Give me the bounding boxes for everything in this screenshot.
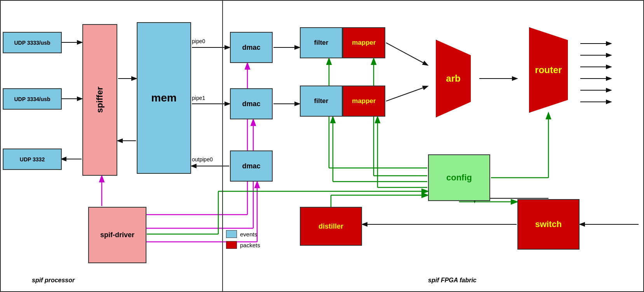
spif-driver-block: spif-driver (88, 207, 146, 263)
legend-events-box (226, 230, 237, 238)
config-block: config (428, 154, 490, 201)
distiller-block: distiller (300, 207, 362, 246)
arb-label: arb (446, 73, 460, 84)
legend: events packets (226, 230, 260, 249)
filter0-block: filter (300, 27, 343, 58)
router-block: router (517, 27, 580, 113)
dmac2-block: dmac (230, 150, 273, 182)
router-label: router (535, 65, 562, 75)
udp-3334-block: UDP 3334/usb (3, 88, 62, 110)
svg-line-10 (386, 43, 427, 65)
legend-packets-box (226, 241, 237, 249)
mapper0-block: mapper (343, 27, 385, 58)
dmac0-block: dmac (230, 32, 273, 63)
diagram: UDP 3333/usb UDP 3334/usb UDP 3332 spiff… (0, 0, 644, 292)
spif-processor-label: spif processor (32, 277, 75, 284)
outpipe0-label: outpipe0 (192, 156, 213, 163)
udp-3332-block: UDP 3332 (3, 149, 62, 170)
pipe0-label: pipe0 (192, 38, 205, 44)
legend-packets-label: packets (240, 242, 260, 248)
dmac1-block: dmac (230, 88, 273, 119)
spiffer-block: spiffer (82, 24, 117, 176)
legend-events: events (226, 230, 260, 238)
arb-block: arb (428, 40, 479, 117)
filter1-block: filter (300, 86, 343, 117)
legend-events-label: events (240, 231, 257, 238)
spif-fpga-label: spif FPGA fabric (428, 277, 477, 284)
legend-packets: packets (226, 241, 260, 249)
svg-line-11 (386, 86, 427, 101)
pipe1-label: pipe1 (192, 95, 205, 101)
udp-3333-block: UDP 3333/usb (3, 32, 62, 53)
section-divider (222, 1, 223, 291)
switch-block: switch (517, 199, 580, 250)
mem-block: mem (137, 22, 191, 174)
mapper1-block: mapper (343, 86, 385, 117)
